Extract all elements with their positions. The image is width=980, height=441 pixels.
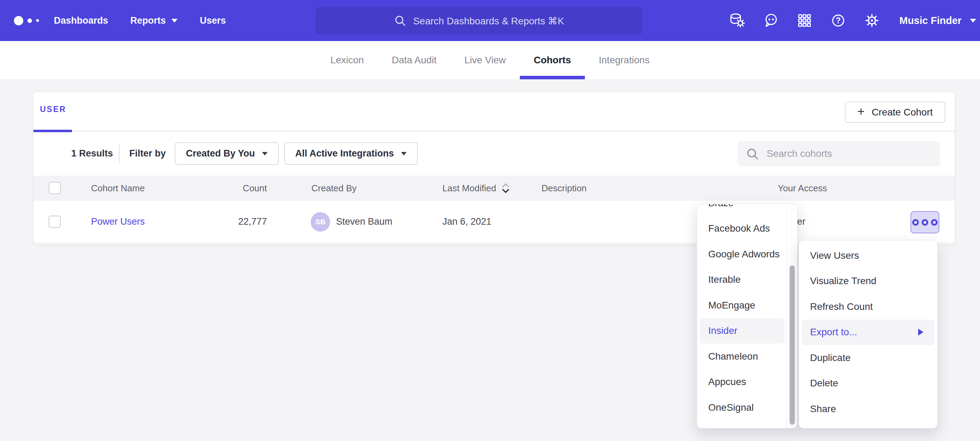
scrollbar-track[interactable] [786, 204, 797, 428]
caret-down-icon [401, 152, 407, 155]
submenu-item[interactable]: Iterable [700, 267, 785, 293]
divider [119, 144, 119, 163]
apps-grid-icon[interactable] [797, 13, 813, 29]
filter-by-label: Filter by [129, 131, 166, 176]
table-header-row: Cohort Name Count Created By Last Modifi… [33, 176, 955, 201]
column-header-cohort-name[interactable]: Cohort Name [91, 176, 145, 201]
table-row: Power Users 22,777 SB Steven Baum Jan 6,… [33, 201, 955, 243]
context-menu-item[interactable]: Export to... [802, 320, 934, 345]
submenu-item[interactable]: Insider [700, 318, 785, 344]
search-icon [746, 147, 760, 161]
data-settings-icon[interactable] [729, 13, 745, 29]
filter-dropdown-button[interactable]: Created By You [175, 142, 279, 165]
column-header-count[interactable]: Count [214, 176, 267, 201]
mixpanel-logo-icon[interactable] [14, 0, 39, 41]
create-cohort-button[interactable]: + Create Cohort [845, 102, 945, 123]
submenu-item[interactable]: Appcues [700, 369, 785, 395]
caret-down-icon [262, 152, 267, 155]
section-tab[interactable]: Integrations [585, 41, 663, 79]
caret-down-icon [970, 19, 976, 22]
column-header-last-modified[interactable]: Last Modified [442, 176, 510, 201]
tab-user[interactable]: USER [33, 92, 72, 131]
cohort-name-link[interactable]: Power Users [91, 201, 145, 243]
nav-item[interactable]: Users [200, 15, 226, 26]
nav-item[interactable]: Dashboards [54, 15, 108, 26]
column-header-your-access[interactable]: Your Access [778, 176, 827, 201]
context-menu-item[interactable]: Duplicate [802, 345, 934, 371]
help-icon[interactable]: ? [830, 13, 846, 29]
submenu-item[interactable]: MoEngage [700, 292, 785, 318]
cohort-search-input[interactable] [737, 141, 940, 166]
last-modified-date: Jan 6, 2021 [442, 201, 492, 243]
column-header-description[interactable]: Description [541, 176, 587, 201]
results-count: 1 Results [71, 131, 113, 176]
section-tab[interactable]: Cohorts [520, 41, 585, 79]
submenu-item[interactable]: OneSignal [700, 395, 785, 420]
top-navbar: Dashboards Reports Users Search Dashboar… [0, 0, 980, 41]
global-search-input[interactable]: Search Dashboards & Reports ⌘K [315, 7, 642, 35]
submenu-item[interactable]: Facebook Ads [700, 216, 785, 242]
cohort-type-tabs: USER + Create Cohort [33, 92, 955, 131]
nav-item[interactable]: Reports [130, 15, 178, 26]
submenu-item[interactable]: Chameleon [700, 344, 785, 369]
filter-dropdown-button[interactable]: All Active Integrations [284, 142, 418, 165]
settings-gear-icon[interactable] [864, 13, 880, 29]
select-all-checkbox[interactable] [49, 182, 61, 194]
svg-text:?: ? [836, 16, 841, 25]
created-by-name: Steven Baum [336, 201, 392, 243]
column-header-created-by[interactable]: Created By [311, 176, 356, 201]
context-menu-item[interactable]: View Users [802, 243, 934, 268]
caret-down-icon [171, 19, 178, 22]
section-tab[interactable]: Data Audit [378, 41, 450, 79]
cohorts-page: Dashboards Reports Users Search Dashboar… [0, 0, 980, 441]
sort-icon [501, 182, 510, 195]
feedback-icon[interactable] [763, 13, 779, 29]
project-switcher[interactable]: Music Finder [899, 0, 976, 41]
cohorts-card: USER + Create Cohort 1 Results Filter by… [33, 92, 955, 244]
avatar: SB [311, 212, 330, 232]
filter-toolbar: 1 Results Filter by Created By You All A… [33, 131, 955, 176]
scrollbar-thumb[interactable] [789, 265, 795, 425]
row-checkbox[interactable] [49, 216, 61, 228]
context-menu-item[interactable]: Share [802, 396, 934, 422]
dots-icon [912, 219, 919, 226]
section-tab[interactable]: Live View [450, 41, 520, 79]
section-tabbar: Lexicon Data Audit Live View Cohorts Int… [0, 41, 980, 79]
search-icon [394, 14, 407, 27]
cohort-count: 22,777 [214, 201, 267, 243]
row-context-menu: View Users Visualize Trend Refresh Count… [799, 240, 938, 428]
context-menu-item[interactable]: Visualize Trend [802, 268, 934, 294]
submenu-item[interactable]: Google Adwords [700, 241, 785, 267]
project-name: Music Finder [899, 15, 962, 26]
plus-icon: + [858, 105, 865, 118]
context-menu-item[interactable]: Delete [802, 371, 934, 396]
context-menu-item[interactable]: Refresh Count [802, 294, 934, 320]
section-tab[interactable]: Lexicon [317, 41, 378, 79]
submenu-item[interactable]: Braze [700, 204, 785, 216]
row-actions-button[interactable] [910, 211, 939, 233]
export-to-submenu: Braze Facebook Ads Google Adwords Iterab… [697, 204, 797, 428]
submenu-arrow-icon [918, 329, 923, 336]
cohort-search [737, 141, 940, 166]
primary-nav: Dashboards Reports Users [54, 0, 226, 41]
navbar-icon-group: ? [729, 0, 880, 41]
